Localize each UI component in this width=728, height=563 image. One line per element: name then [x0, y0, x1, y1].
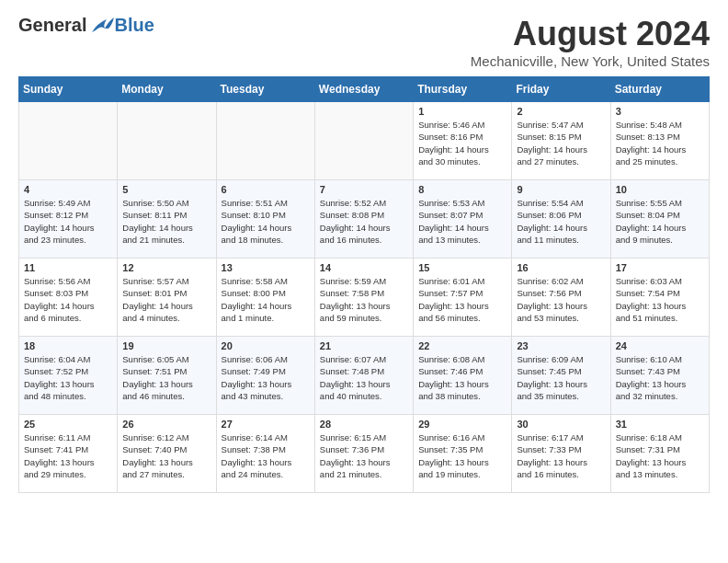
calendar-cell: 28Sunrise: 6:15 AM Sunset: 7:36 PM Dayli… [314, 415, 413, 493]
day-number: 17 [616, 262, 704, 273]
calendar-cell: 11Sunrise: 5:56 AM Sunset: 8:03 PM Dayli… [19, 259, 118, 337]
calendar-cell: 2Sunrise: 5:47 AM Sunset: 8:15 PM Daylig… [512, 102, 610, 180]
logo-blue-text: Blue [114, 15, 154, 36]
day-number: 13 [222, 262, 310, 273]
day-info: Sunrise: 6:16 AM Sunset: 7:35 PM Dayligh… [418, 431, 506, 480]
calendar-cell: 13Sunrise: 5:58 AM Sunset: 8:00 PM Dayli… [216, 259, 314, 337]
day-info: Sunrise: 6:03 AM Sunset: 7:54 PM Dayligh… [616, 275, 704, 324]
calendar-cell: 8Sunrise: 5:53 AM Sunset: 8:07 PM Daylig… [414, 180, 512, 259]
calendar-cell: 27Sunrise: 6:14 AM Sunset: 7:38 PM Dayli… [216, 415, 314, 493]
day-number: 8 [418, 184, 506, 195]
day-number: 22 [418, 340, 506, 351]
calendar-cell: 29Sunrise: 6:16 AM Sunset: 7:35 PM Dayli… [414, 415, 512, 493]
day-info: Sunrise: 5:57 AM Sunset: 8:01 PM Dayligh… [122, 275, 210, 324]
day-number: 16 [517, 262, 605, 273]
day-number: 9 [517, 184, 605, 195]
calendar-cell [216, 102, 314, 180]
calendar-cell: 21Sunrise: 6:07 AM Sunset: 7:48 PM Dayli… [314, 337, 413, 415]
calendar-cell: 3Sunrise: 5:48 AM Sunset: 8:13 PM Daylig… [610, 102, 709, 180]
day-number: 11 [24, 262, 112, 273]
calendar-cell: 30Sunrise: 6:17 AM Sunset: 7:33 PM Dayli… [512, 415, 610, 493]
day-info: Sunrise: 6:10 AM Sunset: 7:43 PM Dayligh… [616, 353, 704, 402]
day-number: 20 [222, 340, 310, 351]
day-number: 18 [24, 340, 112, 351]
calendar-cell: 23Sunrise: 6:09 AM Sunset: 7:45 PM Dayli… [512, 337, 610, 415]
day-number: 19 [122, 340, 210, 351]
day-number: 27 [222, 419, 310, 430]
day-info: Sunrise: 5:55 AM Sunset: 8:04 PM Dayligh… [616, 197, 704, 246]
day-info: Sunrise: 6:14 AM Sunset: 7:38 PM Dayligh… [222, 431, 310, 480]
day-info: Sunrise: 6:07 AM Sunset: 7:48 PM Dayligh… [320, 353, 408, 402]
calendar-cell: 1Sunrise: 5:46 AM Sunset: 8:16 PM Daylig… [414, 102, 512, 180]
calendar-cell [19, 102, 118, 180]
day-number: 5 [122, 184, 210, 195]
day-info: Sunrise: 5:56 AM Sunset: 8:03 PM Dayligh… [24, 275, 112, 324]
calendar-cell: 7Sunrise: 5:52 AM Sunset: 8:08 PM Daylig… [314, 180, 413, 259]
calendar-cell: 9Sunrise: 5:54 AM Sunset: 8:06 PM Daylig… [512, 180, 610, 259]
day-number: 24 [616, 340, 704, 351]
weekday-header-monday: Monday [118, 77, 216, 102]
day-info: Sunrise: 5:54 AM Sunset: 8:06 PM Dayligh… [517, 197, 605, 246]
day-number: 4 [24, 184, 112, 195]
calendar-cell: 18Sunrise: 6:04 AM Sunset: 7:52 PM Dayli… [19, 337, 118, 415]
calendar-cell: 25Sunrise: 6:11 AM Sunset: 7:41 PM Dayli… [19, 415, 118, 493]
weekday-header-tuesday: Tuesday [216, 77, 314, 102]
day-number: 1 [418, 106, 506, 117]
day-info: Sunrise: 5:59 AM Sunset: 7:58 PM Dayligh… [320, 275, 408, 324]
month-year-title: August 2024 [471, 15, 710, 53]
day-number: 31 [616, 419, 704, 430]
weekday-header-sunday: Sunday [19, 77, 118, 102]
day-info: Sunrise: 6:01 AM Sunset: 7:57 PM Dayligh… [418, 275, 506, 324]
logo: General Blue [18, 15, 154, 36]
day-number: 7 [320, 184, 408, 195]
title-block: August 2024 Mechanicville, New York, Uni… [471, 15, 710, 69]
logo-bird-icon [88, 16, 114, 36]
day-info: Sunrise: 5:50 AM Sunset: 8:11 PM Dayligh… [122, 197, 210, 246]
day-number: 12 [122, 262, 210, 273]
day-info: Sunrise: 6:17 AM Sunset: 7:33 PM Dayligh… [517, 431, 605, 480]
calendar-cell: 6Sunrise: 5:51 AM Sunset: 8:10 PM Daylig… [216, 180, 314, 259]
calendar-cell: 22Sunrise: 6:08 AM Sunset: 7:46 PM Dayli… [414, 337, 512, 415]
calendar-cell: 17Sunrise: 6:03 AM Sunset: 7:54 PM Dayli… [610, 259, 709, 337]
day-number: 10 [616, 184, 704, 195]
day-info: Sunrise: 5:52 AM Sunset: 8:08 PM Dayligh… [320, 197, 408, 246]
calendar-cell: 31Sunrise: 6:18 AM Sunset: 7:31 PM Dayli… [610, 415, 709, 493]
calendar-cell: 4Sunrise: 5:49 AM Sunset: 8:12 PM Daylig… [19, 180, 118, 259]
day-info: Sunrise: 6:02 AM Sunset: 7:56 PM Dayligh… [517, 275, 605, 324]
day-number: 29 [418, 419, 506, 430]
location-subtitle: Mechanicville, New York, United States [471, 53, 710, 69]
day-number: 15 [418, 262, 506, 273]
weekday-header-thursday: Thursday [414, 77, 512, 102]
day-info: Sunrise: 6:09 AM Sunset: 7:45 PM Dayligh… [517, 353, 605, 402]
weekday-header-wednesday: Wednesday [314, 77, 413, 102]
day-info: Sunrise: 5:49 AM Sunset: 8:12 PM Dayligh… [24, 197, 112, 246]
day-info: Sunrise: 5:58 AM Sunset: 8:00 PM Dayligh… [222, 275, 310, 324]
day-info: Sunrise: 5:46 AM Sunset: 8:16 PM Dayligh… [418, 119, 506, 167]
day-number: 3 [616, 106, 704, 117]
calendar-cell: 16Sunrise: 6:02 AM Sunset: 7:56 PM Dayli… [512, 259, 610, 337]
calendar-cell [314, 102, 413, 180]
day-number: 2 [517, 106, 605, 117]
page-header: General Blue August 2024 Mechanicville, … [18, 15, 710, 69]
calendar-cell: 5Sunrise: 5:50 AM Sunset: 8:11 PM Daylig… [118, 180, 216, 259]
day-info: Sunrise: 6:04 AM Sunset: 7:52 PM Dayligh… [24, 353, 112, 402]
weekday-header-friday: Friday [512, 77, 610, 102]
calendar-cell: 24Sunrise: 6:10 AM Sunset: 7:43 PM Dayli… [610, 337, 709, 415]
day-number: 23 [517, 340, 605, 351]
day-number: 25 [24, 419, 112, 430]
day-info: Sunrise: 5:48 AM Sunset: 8:13 PM Dayligh… [616, 119, 704, 167]
day-number: 26 [122, 419, 210, 430]
calendar-cell: 20Sunrise: 6:06 AM Sunset: 7:49 PM Dayli… [216, 337, 314, 415]
day-number: 21 [320, 340, 408, 351]
day-info: Sunrise: 6:12 AM Sunset: 7:40 PM Dayligh… [122, 431, 210, 480]
calendar-cell: 15Sunrise: 6:01 AM Sunset: 7:57 PM Dayli… [414, 259, 512, 337]
day-info: Sunrise: 5:53 AM Sunset: 8:07 PM Dayligh… [418, 197, 506, 246]
calendar-cell [118, 102, 216, 180]
calendar-table: SundayMondayTuesdayWednesdayThursdayFrid… [18, 76, 710, 493]
day-info: Sunrise: 6:06 AM Sunset: 7:49 PM Dayligh… [222, 353, 310, 402]
day-info: Sunrise: 5:51 AM Sunset: 8:10 PM Dayligh… [222, 197, 310, 246]
logo-general-text: General [18, 15, 86, 36]
day-number: 14 [320, 262, 408, 273]
day-info: Sunrise: 6:08 AM Sunset: 7:46 PM Dayligh… [418, 353, 506, 402]
day-info: Sunrise: 5:47 AM Sunset: 8:15 PM Dayligh… [517, 119, 605, 167]
